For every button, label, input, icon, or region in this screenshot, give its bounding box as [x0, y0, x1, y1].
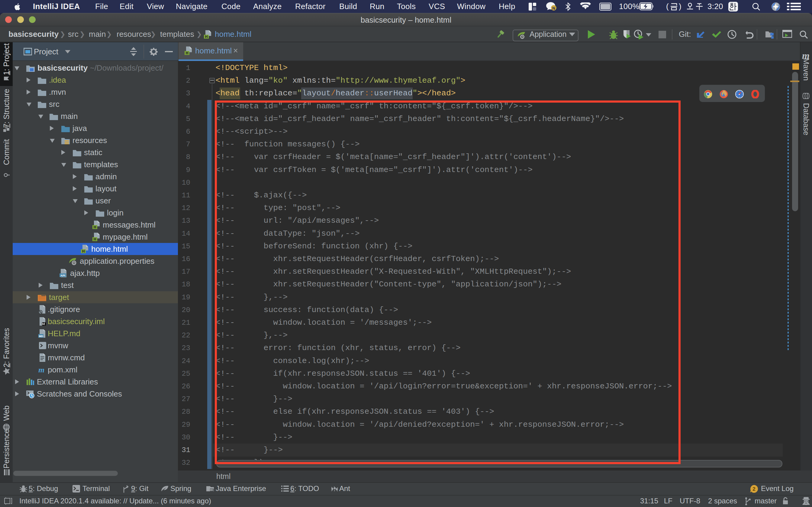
- svg-text:API: API: [60, 274, 65, 277]
- svg-text:H: H: [94, 225, 96, 229]
- svg-text:H: H: [94, 237, 96, 241]
- svg-text:H: H: [205, 35, 208, 39]
- svg-text:H: H: [186, 51, 189, 55]
- svg-text:H: H: [82, 249, 85, 253]
- svg-text:2: 2: [753, 486, 755, 492]
- svg-text:m: m: [38, 365, 44, 374]
- svg-text:MD: MD: [39, 335, 43, 338]
- svg-text:N: N: [552, 6, 555, 11]
